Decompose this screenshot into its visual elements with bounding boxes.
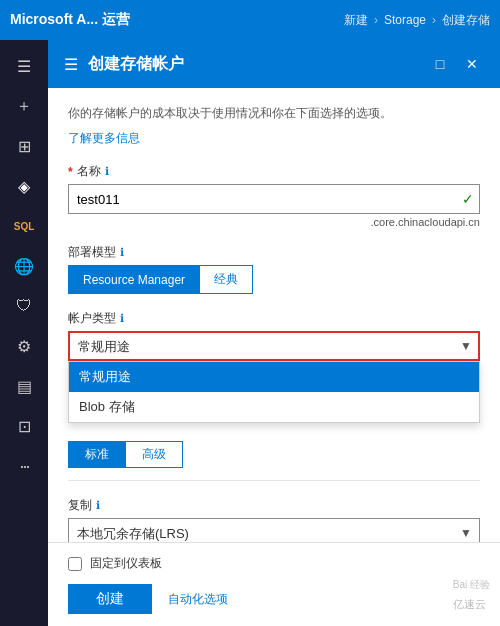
breadcrumb-sep1: › bbox=[374, 13, 378, 27]
name-group: * 名称 ℹ ✓ .core.chinacloudapi.cn bbox=[68, 163, 480, 228]
create-button[interactable]: 创建 bbox=[68, 584, 152, 614]
subtab-premium[interactable]: 高级 bbox=[125, 441, 183, 468]
deployment-btn-group: Resource Manager 经典 bbox=[68, 265, 480, 294]
account-type-group: 帐户类型 ℹ 常规用途 Blob 存储 ▼ 常规用途 Blob 存储 bbox=[68, 310, 480, 468]
replication-select[interactable]: 本地冗余存储(LRS) bbox=[68, 518, 480, 542]
ellipsis-icon[interactable]: ··· bbox=[4, 448, 44, 484]
top-bar: Microsoft A... 运营 新建 › Storage › 创建存储 bbox=[0, 0, 500, 40]
watermark: Bai 经验 bbox=[453, 578, 490, 592]
name-input[interactable] bbox=[68, 184, 480, 214]
breadcrumb-new: 新建 bbox=[344, 12, 368, 29]
deployment-label: 部署模型 ℹ bbox=[68, 244, 480, 261]
account-type-label-text: 帐户类型 bbox=[68, 310, 116, 327]
panel-header: ☰ 创建存储帐户 □ ✕ bbox=[48, 40, 500, 88]
pin-row: 固定到仪表板 bbox=[68, 555, 480, 572]
learn-more-link[interactable]: 了解更多信息 bbox=[68, 131, 140, 145]
breadcrumb-storage: Storage bbox=[384, 13, 426, 27]
menu-icon[interactable]: ☰ bbox=[4, 48, 44, 84]
settings-icon[interactable]: ⚙ bbox=[4, 328, 44, 364]
replication-label-text: 复制 bbox=[68, 497, 92, 514]
deployment-classic-button[interactable]: 经典 bbox=[199, 265, 253, 294]
section-divider-1 bbox=[68, 480, 480, 481]
panel-minimize-button[interactable]: □ bbox=[428, 52, 452, 76]
main-content: ☰ 创建存储帐户 □ ✕ 你的存储帐户的成本取决于使用情况和你在下面选择的选项。… bbox=[48, 40, 500, 626]
watermark2: 亿速云 bbox=[453, 597, 486, 612]
panel-menu-icon: ☰ bbox=[64, 55, 78, 74]
panel-title: 创建存储帐户 bbox=[88, 54, 184, 75]
app-title: Microsoft A... 运营 bbox=[10, 11, 344, 29]
name-info-icon[interactable]: ℹ bbox=[105, 165, 109, 178]
deployment-info-icon[interactable]: ℹ bbox=[120, 246, 124, 259]
breadcrumb: 新建 › Storage › 创建存储 bbox=[344, 12, 490, 29]
footer-buttons: 创建 自动化选项 bbox=[68, 584, 480, 614]
account-type-info-icon[interactable]: ℹ bbox=[120, 312, 124, 325]
subtabs: 标准 高级 bbox=[68, 441, 480, 468]
shield-icon[interactable]: 🛡 bbox=[4, 288, 44, 324]
globe-icon[interactable]: 🌐 bbox=[4, 248, 44, 284]
account-type-select[interactable]: 常规用途 Blob 存储 bbox=[68, 331, 480, 361]
cube-icon[interactable]: ◈ bbox=[4, 168, 44, 204]
panel-header-controls: □ ✕ bbox=[428, 52, 484, 76]
account-type-dropdown-popup: 常规用途 Blob 存储 bbox=[68, 361, 480, 423]
replication-group: 复制 ℹ 本地冗余存储(LRS) ▼ bbox=[68, 497, 480, 542]
deployment-label-text: 部署模型 bbox=[68, 244, 116, 261]
name-suffix-text: .core.chinacloudapi.cn bbox=[68, 216, 480, 228]
breadcrumb-sep2: › bbox=[432, 13, 436, 27]
replication-dropdown-wrapper: 本地冗余存储(LRS) ▼ bbox=[68, 518, 480, 542]
panel-footer: 固定到仪表板 创建 自动化选项 bbox=[48, 542, 500, 626]
plus-icon[interactable]: ＋ bbox=[4, 88, 44, 124]
panel: ☰ 创建存储帐户 □ ✕ 你的存储帐户的成本取决于使用情况和你在下面选择的选项。… bbox=[48, 40, 500, 626]
tag-icon[interactable]: ⊡ bbox=[4, 408, 44, 444]
account-type-label: 帐户类型 ℹ bbox=[68, 310, 480, 327]
dropdown-item-blob[interactable]: Blob 存储 bbox=[69, 392, 479, 422]
name-label: * 名称 ℹ bbox=[68, 163, 480, 180]
deployment-group: 部署模型 ℹ Resource Manager 经典 bbox=[68, 244, 480, 294]
panel-close-button[interactable]: ✕ bbox=[460, 52, 484, 76]
subtab-standard[interactable]: 标准 bbox=[68, 441, 125, 468]
grid-icon[interactable]: ⊞ bbox=[4, 128, 44, 164]
sql-icon[interactable]: SQL bbox=[4, 208, 44, 244]
panel-body: 你的存储帐户的成本取决于使用情况和你在下面选择的选项。 了解更多信息 * 名称 … bbox=[48, 88, 500, 542]
panel-header-left: ☰ 创建存储帐户 bbox=[64, 54, 184, 75]
automate-button[interactable]: 自动化选项 bbox=[168, 591, 228, 608]
replication-info-icon[interactable]: ℹ bbox=[96, 499, 100, 512]
pin-checkbox[interactable] bbox=[68, 557, 82, 571]
breadcrumb-create: 创建存储 bbox=[442, 12, 490, 29]
info-text: 你的存储帐户的成本取决于使用情况和你在下面选择的选项。 bbox=[68, 104, 480, 122]
dropdown-item-regular[interactable]: 常规用途 bbox=[69, 362, 479, 392]
account-type-dropdown-wrapper: 常规用途 Blob 存储 ▼ 常规用途 Blob 存储 bbox=[68, 331, 480, 361]
replication-label: 复制 ℹ bbox=[68, 497, 480, 514]
name-check-icon: ✓ bbox=[462, 191, 474, 207]
name-label-text: 名称 bbox=[77, 163, 101, 180]
layers-icon[interactable]: ▤ bbox=[4, 368, 44, 404]
name-input-wrapper: ✓ bbox=[68, 184, 480, 214]
deployment-resource-manager-button[interactable]: Resource Manager bbox=[68, 265, 199, 294]
pin-label: 固定到仪表板 bbox=[90, 555, 162, 572]
required-star-name: * bbox=[68, 165, 73, 179]
sidebar: ☰ ＋ ⊞ ◈ SQL 🌐 🛡 ⚙ ▤ ⊡ ··· bbox=[0, 40, 48, 626]
